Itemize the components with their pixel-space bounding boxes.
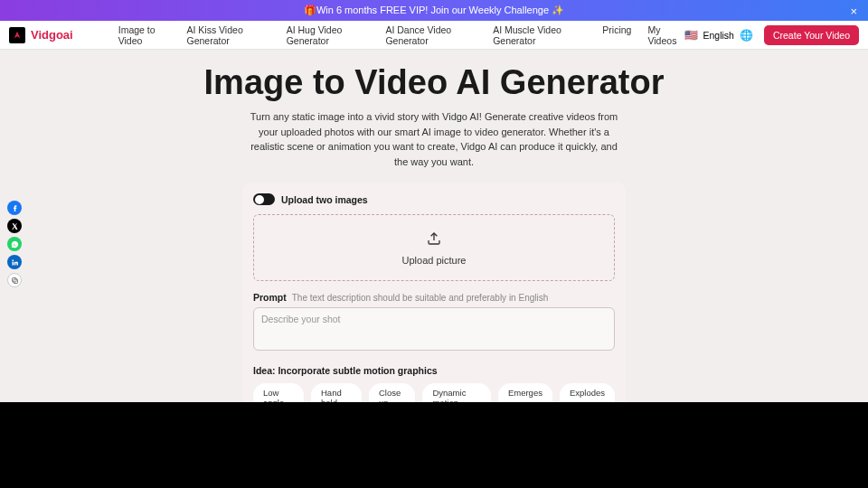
svg-rect-2 xyxy=(12,277,16,282)
copy-link-icon[interactable] xyxy=(7,273,22,287)
toggle-label: Upload two images xyxy=(281,194,368,205)
create-video-button[interactable]: Create Your Video xyxy=(764,25,859,45)
page-title: Image to Video AI Generator xyxy=(0,63,868,102)
two-images-toggle-row: Upload two images xyxy=(253,193,615,205)
two-images-toggle[interactable] xyxy=(253,193,275,205)
linkedin-share-icon[interactable] xyxy=(7,255,22,269)
prompt-header: Prompt The text description should be su… xyxy=(253,292,615,303)
prompt-hint: The text description should be suitable … xyxy=(292,293,549,303)
idea-text: Incorporate subtle motion graphics xyxy=(278,365,437,376)
language-selector[interactable]: 🇺🇸 English 🌐 xyxy=(684,29,753,42)
footer xyxy=(0,402,868,488)
main-content: Image to Video AI Generator Turn any sta… xyxy=(0,50,868,461)
nav-my-videos[interactable]: My Videos xyxy=(647,24,684,46)
whatsapp-share-icon[interactable] xyxy=(7,237,22,251)
brand-name[interactable]: Vidgoai xyxy=(31,28,73,42)
globe-icon: 🌐 xyxy=(740,29,753,42)
close-icon[interactable]: × xyxy=(850,4,857,17)
nav-menu: Image to Video AI Kiss Video Generator A… xyxy=(118,24,684,46)
nav-kiss[interactable]: AI Kiss Video Generator xyxy=(186,24,269,46)
promo-banner[interactable]: 🎁Win 6 months FREE VIP! Join our Weekly … xyxy=(0,0,868,21)
page-description: Turn any static image into a vivid story… xyxy=(244,109,624,169)
social-share-bar xyxy=(7,201,22,287)
nav-pricing[interactable]: Pricing xyxy=(602,24,631,46)
nav-hug[interactable]: AI Hug Video Generator xyxy=(287,24,370,46)
nav-dance[interactable]: AI Dance Video Generator xyxy=(385,24,476,46)
upload-dropzone[interactable]: Upload picture xyxy=(253,214,615,281)
language-label: English xyxy=(703,30,734,41)
idea-label: Idea: xyxy=(253,365,278,376)
upload-text: Upload picture xyxy=(254,255,614,266)
nav-image-to-video[interactable]: Image to Video xyxy=(118,24,171,46)
prompt-label: Prompt xyxy=(253,292,287,303)
logo-icon[interactable] xyxy=(9,27,25,43)
facebook-share-icon[interactable] xyxy=(7,201,22,215)
x-share-icon[interactable] xyxy=(7,219,22,233)
svg-rect-1 xyxy=(14,279,18,284)
banner-text: 🎁Win 6 months FREE VIP! Join our Weekly … xyxy=(304,5,564,15)
flag-icon: 🇺🇸 xyxy=(684,29,698,42)
prompt-input[interactable] xyxy=(253,307,615,351)
idea-suggestion: Idea: Incorporate subtle motion graphics xyxy=(253,365,615,376)
upload-icon xyxy=(254,231,614,249)
header: Vidgoai Image to Video AI Kiss Video Gen… xyxy=(0,21,868,50)
nav-muscle[interactable]: AI Muscle Video Generator xyxy=(493,24,586,46)
